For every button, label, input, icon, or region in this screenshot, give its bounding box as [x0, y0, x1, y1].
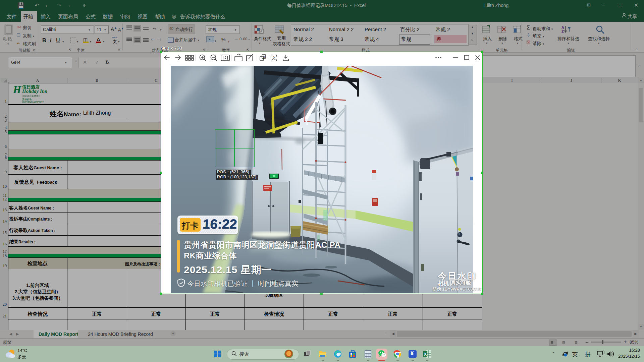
svg-text:X: X: [424, 352, 427, 357]
